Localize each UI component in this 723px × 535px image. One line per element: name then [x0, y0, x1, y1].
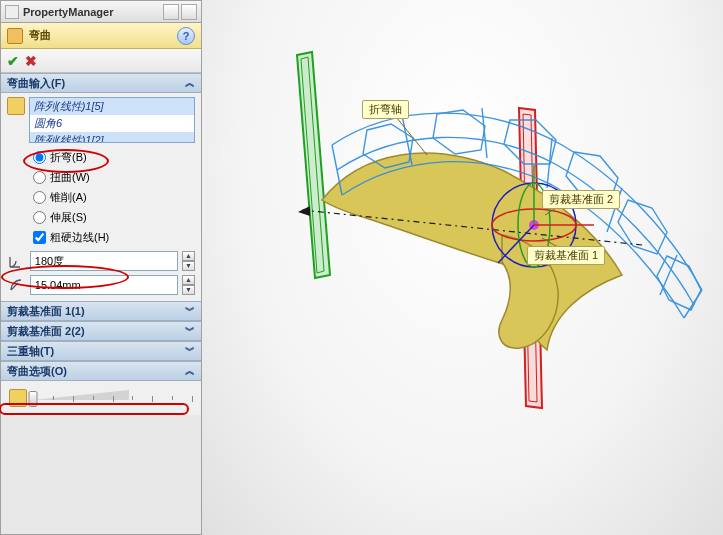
trim-plane-left[interactable]	[297, 52, 330, 278]
radio-stretch-input[interactable]	[33, 211, 46, 224]
angle-spin-down[interactable]: ▼	[182, 261, 195, 271]
radio-twist-label: 扭曲(W)	[50, 170, 90, 185]
callout-trim-plane-1[interactable]: 剪裁基准面 1	[527, 246, 605, 265]
expand-icon: ︾	[185, 324, 195, 338]
list-item[interactable]: 阵列(线性)1[5]	[30, 98, 194, 115]
callout-bend-axis[interactable]: 折弯轴	[362, 100, 409, 119]
radio-stretch-label: 伸展(S)	[50, 210, 87, 225]
callout-trim-plane-2[interactable]: 剪裁基准面 2	[542, 190, 620, 209]
list-item[interactable]: 阵列(线性)1[2]	[30, 132, 194, 143]
radio-bend-input[interactable]	[33, 151, 46, 164]
feature-header: 弯曲 ?	[1, 23, 201, 49]
bodies-selection-icon	[7, 97, 25, 115]
pm-title: PropertyManager	[23, 6, 163, 18]
radius-icon	[7, 276, 26, 294]
radio-taper-input[interactable]	[33, 191, 46, 204]
section-options-title: 弯曲选项(O)	[7, 364, 67, 379]
section-trim1-title: 剪裁基准面 1(1)	[7, 304, 85, 319]
section-triad-title: 三重轴(T)	[7, 344, 54, 359]
section-trim2-title: 剪裁基准面 2(2)	[7, 324, 85, 339]
angle-input[interactable]	[30, 251, 178, 271]
flex-feature-icon	[7, 28, 23, 44]
angle-icon	[7, 252, 26, 270]
section-triad-header[interactable]: 三重轴(T) ︾	[1, 341, 201, 361]
help-button[interactable]: ?	[177, 27, 195, 45]
radio-bend-label: 折弯(B)	[50, 150, 87, 165]
property-manager-titlebar: PropertyManager	[1, 1, 201, 23]
graphics-viewport[interactable]: 折弯轴 剪裁基准面 2 剪裁基准面 1	[202, 0, 723, 535]
expand-icon: ︾	[185, 304, 195, 318]
radio-taper[interactable]: 锥削(A)	[33, 187, 195, 207]
section-options-header[interactable]: 弯曲选项(O) ︽	[1, 361, 201, 381]
section-trim2-header[interactable]: 剪裁基准面 2(2) ︾	[1, 321, 201, 341]
check-hard-edges-label: 粗硬边线(H)	[50, 230, 109, 245]
section-flex-input-header[interactable]: 弯曲输入(F) ︽	[1, 73, 201, 93]
angle-spin-up[interactable]: ▲	[182, 251, 195, 261]
svg-marker-0	[297, 52, 330, 278]
ok-button[interactable]: ✔	[7, 53, 19, 69]
slider-thumb[interactable]	[29, 391, 38, 407]
collapse-icon: ︽	[185, 364, 195, 378]
collapse-icon: ︽	[185, 76, 195, 90]
viewport-svg	[202, 0, 723, 535]
section-options-body	[1, 381, 201, 415]
radius-input[interactable]	[30, 275, 178, 295]
section-flex-input-title: 弯曲输入(F)	[7, 76, 65, 91]
check-hard-edges[interactable]: 粗硬边线(H)	[33, 227, 195, 247]
angle-row: ▲ ▼	[7, 251, 195, 271]
radio-bend[interactable]: 折弯(B)	[33, 147, 195, 167]
bodies-selection-list[interactable]: 阵列(线性)1[5] 圆角6 阵列(线性)1[2]	[29, 97, 195, 143]
expand-icon: ︾	[185, 344, 195, 358]
radio-stretch[interactable]: 伸展(S)	[33, 207, 195, 227]
section-trim1-header[interactable]: 剪裁基准面 1(1) ︾	[1, 301, 201, 321]
quality-icon	[9, 389, 27, 407]
pm-keep-visible-button[interactable]	[163, 4, 179, 20]
radius-spin-up[interactable]: ▲	[182, 275, 195, 285]
section-flex-input-body: 阵列(线性)1[5] 圆角6 阵列(线性)1[2] 折弯(B) 扭曲(W) 锥削…	[1, 93, 201, 301]
radius-spin-down[interactable]: ▼	[182, 285, 195, 295]
cancel-button[interactable]: ✖	[25, 53, 37, 69]
pm-pushpin-button[interactable]	[181, 4, 197, 20]
radius-row: ▲ ▼	[7, 275, 195, 295]
radio-twist-input[interactable]	[33, 171, 46, 184]
check-hard-edges-input[interactable]	[33, 231, 46, 244]
quality-slider[interactable]	[33, 390, 193, 406]
pm-icon	[5, 5, 19, 19]
radio-taper-label: 锥削(A)	[50, 190, 87, 205]
confirm-bar: ✔ ✖	[1, 49, 201, 73]
radio-twist[interactable]: 扭曲(W)	[33, 167, 195, 187]
feature-title-text: 弯曲	[29, 28, 177, 43]
list-item[interactable]: 圆角6	[30, 115, 194, 132]
